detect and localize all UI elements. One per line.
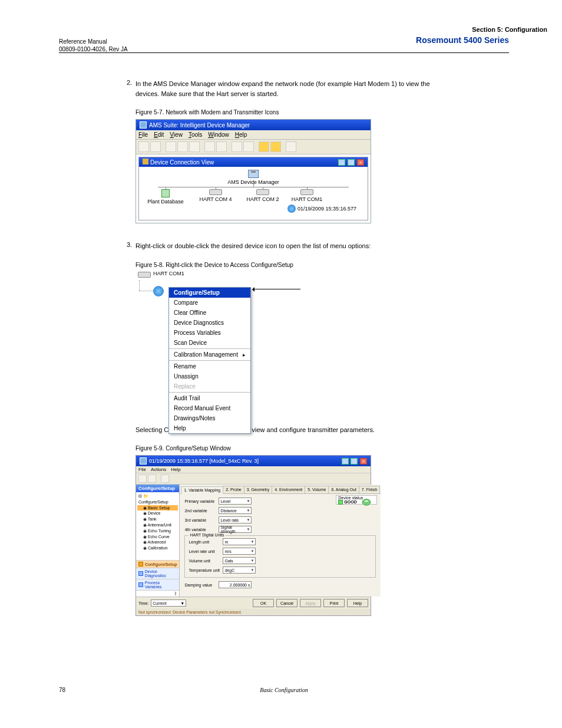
close-button[interactable]: × — [357, 159, 364, 166]
nav-process-variables[interactable]: Process Variables — [136, 579, 179, 590]
menu-tools[interactable]: Tools — [189, 131, 202, 138]
menu-unassign[interactable]: Unassign — [169, 371, 250, 381]
toolbar-button[interactable] — [166, 141, 176, 152]
toolbar-button[interactable] — [177, 141, 188, 152]
menu-bar[interactable]: File Actions Help — [136, 466, 371, 473]
menu-configure-setup[interactable]: Configure/Setup — [169, 288, 250, 298]
damping-value-input[interactable]: 2.000000 s — [219, 581, 252, 588]
tab-analog-out[interactable]: 6. Analog Out — [328, 486, 359, 493]
field-label: Damping value — [184, 583, 216, 587]
levelrate-unit-select[interactable]: m/s▼ — [223, 548, 256, 555]
menu-file[interactable]: File — [138, 467, 146, 472]
close-button[interactable]: × — [360, 458, 367, 465]
device-tree-node[interactable] — [153, 286, 164, 297]
menu-audit-trail[interactable]: Audit Trail — [169, 393, 250, 403]
menu-actions[interactable]: Actions — [151, 467, 166, 472]
tab-variable-mapping[interactable]: 1. Variable Mapping — [181, 486, 223, 494]
toolbar-button[interactable] — [138, 141, 149, 152]
window-title-bar[interactable]: AMS Suite: Intelligent Device Manager — [136, 120, 371, 130]
menu-help[interactable]: Help — [235, 131, 247, 138]
temperature-unit-select[interactable]: degC▼ — [223, 566, 256, 574]
hart-com4-node[interactable]: HART COM 4 — [195, 189, 236, 202]
menu-label: Calibration Management — [174, 351, 238, 358]
maximize-button[interactable]: □ — [351, 458, 358, 465]
volume-unit-select[interactable]: Gals▼ — [223, 557, 256, 564]
tab-probe[interactable]: 2. Probe — [223, 486, 244, 493]
nav-tree[interactable]: ⊟ 📁 Configure/Setup ◉ Basic Setup ◉ Devi… — [136, 492, 179, 560]
menu-clear-offline[interactable]: Clear Offline — [169, 308, 250, 318]
tree-basic-setup[interactable]: ◉ Basic Setup — [137, 505, 178, 511]
toolbar-button[interactable] — [148, 475, 156, 483]
tab-finish[interactable]: 7. Finish — [359, 486, 380, 493]
toolbar-help-button[interactable] — [161, 475, 169, 483]
toolbar-button[interactable] — [138, 475, 147, 483]
device-node[interactable]: 01/19/2009 15:35:16.577 — [287, 205, 356, 213]
menu-scan-device[interactable]: Scan Device — [169, 338, 250, 348]
minimize-button[interactable]: – — [342, 458, 349, 465]
menu-bar[interactable]: File Edit View Tools Window Help — [136, 130, 371, 140]
menu-process-variables[interactable]: Process Variables — [169, 328, 250, 338]
cancel-button[interactable]: Cancel — [276, 599, 297, 607]
dropdown-icon: ▼ — [247, 499, 250, 503]
dropdown-icon: ▼ — [247, 509, 250, 512]
hart-com2-node[interactable]: HART COM 2 — [242, 189, 283, 202]
tab-environment[interactable]: 4. Environment — [272, 486, 305, 493]
tree-item[interactable]: ◉ Echo Curve — [137, 534, 178, 540]
toolbar — [136, 473, 371, 485]
tree-item[interactable]: ◉ Device — [137, 510, 178, 516]
help-button[interactable]: Help — [347, 599, 368, 607]
maximize-button[interactable]: □ — [348, 159, 355, 166]
toolbar-help-button[interactable] — [286, 141, 296, 152]
hart-com1-tree-node[interactable]: HART COM1 — [135, 272, 184, 276]
menu-file[interactable]: File — [138, 131, 148, 138]
menu-help[interactable]: Help — [169, 423, 250, 433]
tree-item[interactable]: ◉ Antenna/Unit — [137, 522, 178, 528]
toolbar-button[interactable] — [270, 141, 281, 152]
menu-view[interactable]: View — [170, 131, 183, 138]
toolbar-button[interactable] — [204, 141, 215, 152]
dropdown-icon: ▼ — [247, 528, 250, 531]
tree-item[interactable]: ◉ Echo Tuning — [137, 528, 178, 534]
toolbar-button[interactable] — [150, 141, 161, 152]
third-variable-select[interactable]: Level rate▼ — [219, 516, 252, 523]
menu-compare[interactable]: Compare — [169, 298, 250, 308]
time-select[interactable]: Current▼ — [151, 599, 186, 607]
tree-root[interactable]: ⊟ 📁 Configure/Setup — [137, 493, 178, 505]
tab-geometry[interactable]: 3. Geometry — [244, 486, 273, 493]
menu-record-manual-event[interactable]: Record Manual Event — [169, 403, 250, 413]
toolbar-button[interactable] — [189, 141, 200, 152]
minimize-button[interactable]: – — [338, 159, 345, 166]
menu-calibration-management[interactable]: Calibration Management — [169, 350, 250, 360]
variables-icon — [138, 582, 143, 587]
tab-volume[interactable]: 5. Volume — [305, 486, 329, 493]
toolbar-button[interactable] — [232, 141, 242, 152]
menu-edit[interactable]: Edit — [154, 131, 164, 138]
toolbar-button[interactable] — [216, 141, 227, 152]
tree-item[interactable]: ◉ Advanced — [137, 539, 178, 545]
fourth-variable-select[interactable]: Signal strength▼ — [219, 526, 252, 533]
tree-item[interactable]: ◉ Calibration — [137, 545, 178, 551]
tree-item[interactable]: ◉ Tank — [137, 516, 178, 522]
toolbar-button[interactable] — [259, 141, 269, 152]
status-value: GOOD — [344, 500, 356, 504]
second-variable-select[interactable]: Distance▼ — [219, 507, 252, 514]
nav-configure-setup[interactable]: Configure/Setup — [136, 560, 179, 568]
menu-help[interactable]: Help — [171, 467, 180, 472]
step-2-number: 2. — [127, 79, 135, 86]
plant-database-node[interactable]: Plant Database — [145, 189, 186, 205]
nav-chevrons[interactable]: ⟫ — [136, 590, 179, 597]
field-label: Volume unit — [189, 559, 220, 563]
length-unit-select[interactable]: m▼ — [223, 538, 256, 545]
toolbar-button[interactable] — [243, 141, 254, 152]
nav-device-diagnostics[interactable]: Device Diagnostics — [136, 568, 179, 579]
window-title-bar[interactable]: 01/19/2009 15:35:16.577 [Model_54xC Rev.… — [136, 456, 371, 466]
menu-rename[interactable]: Rename — [169, 361, 250, 371]
ok-button[interactable]: OK — [253, 599, 274, 607]
hart-com1-node[interactable]: HART COM1 — [286, 189, 328, 202]
menu-window[interactable]: Window — [208, 131, 229, 138]
print-button[interactable]: Print — [323, 599, 345, 607]
primary-variable-select[interactable]: Level▼ — [219, 498, 252, 505]
menu-drawings-notes[interactable]: Drawings/Notes — [169, 413, 250, 423]
menu-device-diagnostics[interactable]: Device Diagnostics — [169, 318, 250, 328]
node-label: HART COM 4 — [199, 196, 232, 202]
